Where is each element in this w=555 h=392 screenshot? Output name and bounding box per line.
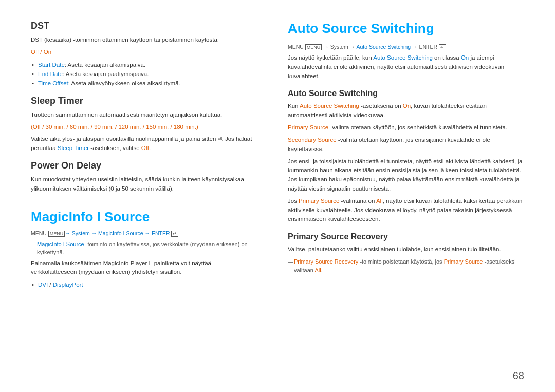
auto-source-main-description: Jos näyttö kytketään päälle, kun Auto So… xyxy=(288,53,524,81)
dst-options: Off / On xyxy=(31,48,257,57)
magicinfo-section: MagicInfo I Source MENU MENU→ System → M… xyxy=(31,209,257,290)
magicinfo-dash-note1: MagicInfo I Source -toiminto on käytettä… xyxy=(31,240,257,257)
auto-source-main-section: Auto Source Switching MENU MENU → System… xyxy=(288,21,524,81)
menu-icon2: MENU xyxy=(305,44,322,50)
dash-all: All xyxy=(314,267,321,273)
auto-source-main-title: Auto Source Switching xyxy=(288,21,524,36)
menu-icon: MENU xyxy=(48,231,65,237)
auto-source-desc1-on: On xyxy=(461,54,469,61)
magicinfo-title: MagicInfo I Source xyxy=(31,209,257,225)
magicinfo-body: Painamalla kaukosäätimen MagicInfo Playe… xyxy=(31,259,257,277)
primary-source-recovery-title: Primary Source Recovery xyxy=(288,232,524,241)
auto-source-menu-path: MENU MENU → System → Auto Source Switchi… xyxy=(288,44,524,50)
magicinfo-bullets: DVI / DisplayPort xyxy=(31,280,257,289)
dash-orange2: Primary Source xyxy=(444,258,483,265)
sleep-timer-dot: . xyxy=(149,145,151,151)
auto-source-sub-title: Auto Source Switching xyxy=(288,89,524,98)
para1-mid: -asetuksena on xyxy=(359,103,403,109)
auto-source-desc1: Jos näyttö kytketään päälle, kun xyxy=(288,54,373,61)
para1-on: On xyxy=(403,103,411,109)
dst-offset-text: : Aseta aikavyöhykkeen oikea aikasiirtym… xyxy=(68,80,180,86)
magicinfo-body-text: Painamalla kaukosäätimen MagicInfo Playe… xyxy=(31,260,211,275)
para3-orange: Secondary Source xyxy=(288,137,337,143)
enter-icon2: ↵ xyxy=(171,231,178,237)
para5-mid: -valintana on xyxy=(339,198,376,204)
enter-icon: ⏎ xyxy=(218,136,222,142)
auto-source-sub-section: Auto Source Switching Kun Auto Source Sw… xyxy=(288,89,524,224)
magicinfo-menu-path: MENU MENU→ System → MagicInfo I Source →… xyxy=(31,230,257,237)
dst-bullet-start: Start Date: Aseta kesäajan alkamispäivä. xyxy=(38,60,257,69)
para5-all: All xyxy=(376,198,383,204)
auto-source-para2: Primary Source -valinta otetaan käyttöön… xyxy=(288,123,524,133)
dvi-label: DVI xyxy=(38,282,48,288)
dst-bullet-offset: Time Offset: Aseta aikavyöhykkeen oikea … xyxy=(38,79,257,88)
magicinfo-dash-blue: MagicInfo I Source xyxy=(37,241,84,247)
sleep-timer-note: Valitse aika ylös- ja alaspäin osoittavi… xyxy=(31,135,257,153)
primary-source-recovery-dash: Primary Source Recovery -toiminto poiste… xyxy=(288,257,524,274)
power-on-delay-description: Kun muodostat yhteyden useisiin laitteis… xyxy=(31,175,257,194)
dash-orange: Primary Source Recovery xyxy=(294,258,358,265)
auto-source-desc1-mid: on tilassa xyxy=(433,54,461,61)
right-column: Auto Source Switching MENU MENU → System… xyxy=(278,21,524,371)
para2-orange: Primary Source xyxy=(288,124,328,130)
sleep-timer-note-before: Valitse aika ylös- ja alaspäin osoittavi… xyxy=(31,136,218,142)
auto-source-para1: Kun Auto Source Switching -asetuksena on… xyxy=(288,102,524,120)
sleep-timer-options: (Off / 30 min. / 60 min. / 90 min. / 120… xyxy=(31,123,257,132)
dst-title: DST xyxy=(31,21,257,31)
sleep-timer-section: Sleep Timer Tuotteen sammuttaminen autom… xyxy=(31,96,257,153)
sleep-timer-options-text: (Off / 30 min. / 60 min. / 90 min. / 120… xyxy=(31,124,198,130)
auto-source-para3: Secondary Source -valinta otetaan käyttö… xyxy=(288,136,524,154)
para1-blue: Auto Source Switching xyxy=(300,103,359,109)
dst-end-label: End Date xyxy=(38,71,63,77)
dst-section: DST DST (kesäaika) -toiminnon ottaminen … xyxy=(31,21,257,88)
dash-mid: -toiminto poistetaan käytöstä, jos xyxy=(358,258,443,265)
para5-before: Jos xyxy=(288,198,299,204)
dst-bullets: Start Date: Aseta kesäajan alkamispäivä.… xyxy=(31,60,257,88)
power-on-delay-section: Power On Delay Kun muodostat yhteyden us… xyxy=(31,160,257,194)
dst-start-label: Start Date xyxy=(38,62,65,68)
dst-bullet-end: End Date: Aseta kesäajan päättymispäivä. xyxy=(38,69,257,79)
sleep-timer-description: Tuotteen sammuttaminen automaattisesti m… xyxy=(31,110,257,120)
sleep-timer-title: Sleep Timer xyxy=(31,96,257,106)
bullet-sep: / xyxy=(48,282,53,288)
dst-offset-label: Time Offset xyxy=(38,80,68,86)
page-number: 68 xyxy=(513,370,524,382)
sleep-timer-off: Off xyxy=(141,145,149,151)
primary-source-recovery-section: Primary Source Recovery Valitse, palaute… xyxy=(288,232,524,274)
primary-source-recovery-description: Valitse, palautetaanko valittu ensisijai… xyxy=(288,245,524,254)
dst-description: DST (kesäaika) -toiminnon ottaminen käyt… xyxy=(31,35,257,45)
auto-source-para5: Jos Primary Source -valintana on All, nä… xyxy=(288,197,524,224)
magicinfo-menu-prefix: MENU xyxy=(31,230,48,236)
sleep-timer-note-end2: -asetuksen, valitse xyxy=(89,145,141,151)
dash-dot: . xyxy=(321,267,323,273)
auto-source-menu-prefix: MENU xyxy=(288,44,305,50)
enter-icon3: ↵ xyxy=(439,44,446,50)
power-on-delay-title: Power On Delay xyxy=(31,160,257,171)
dst-start-text: : Aseta kesäajan alkamispäivä. xyxy=(65,62,145,68)
auto-source-desc1-blue: Auto Source Switching xyxy=(373,54,433,61)
auto-source-menu-arrow: → System → Auto Source Switching → ENTER xyxy=(322,44,439,50)
displayport-label: DisplayPort xyxy=(53,282,83,288)
left-column: DST DST (kesäaika) -toiminnon ottaminen … xyxy=(31,21,278,371)
sleep-timer-note-sleep: Sleep Timer xyxy=(58,145,89,151)
magicinfo-bullet-dvi: DVI / DisplayPort xyxy=(38,280,257,289)
dst-end-text: : Aseta kesäajan päättymispäivä. xyxy=(63,71,149,77)
auto-source-para4: Jos ensi- ja toissijaista tulolähdettä e… xyxy=(288,157,524,194)
para2-end: -valinta otetaan käyttöön, jos senhetkis… xyxy=(328,124,507,130)
magicinfo-menu-arrow: → System → MagicInfo I Source → ENTER xyxy=(65,230,171,236)
para1-before: Kun xyxy=(288,103,300,109)
para5-orange: Primary Source xyxy=(299,198,339,204)
